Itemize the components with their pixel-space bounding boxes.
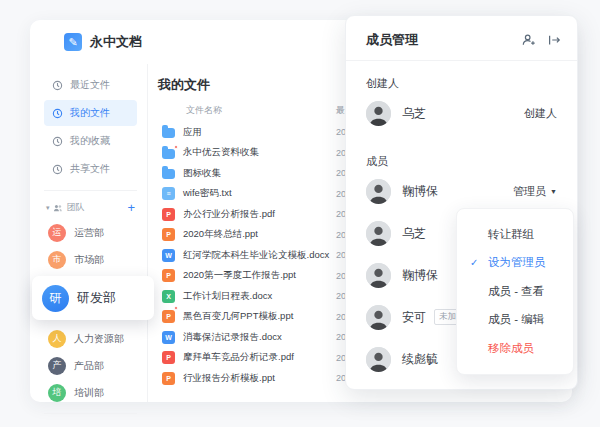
file-type-icon [162, 228, 175, 241]
add-member-icon[interactable] [522, 33, 536, 47]
sidebar-nav-item[interactable]: 共享文件 [44, 156, 137, 182]
team-label: 市场部 [74, 253, 104, 267]
file-name: 消毒保洁记录报告.docx [183, 331, 282, 344]
add-team-button[interactable]: + [127, 201, 135, 214]
file-name: 行业报告分析模板.ppt [183, 372, 275, 385]
file-type-icon [162, 269, 175, 282]
divider [44, 190, 137, 191]
member-role-dropdown[interactable]: 管理员▼ [513, 184, 557, 199]
panel-title: 成员管理 [366, 31, 418, 49]
file-type-icon [162, 208, 175, 221]
sidebar-team-item[interactable]: 市 市场部 [44, 247, 137, 272]
file-name: 工作计划日程表.docx [183, 290, 272, 303]
creator-row: 乌芝 创建人 [366, 93, 557, 133]
file-name: 图标收集 [183, 167, 221, 180]
file-type-icon [162, 169, 175, 179]
team-avatar: 人 [48, 330, 66, 348]
members-section-label: 成员 [366, 154, 557, 169]
member-name: 安可 [402, 309, 426, 326]
member-row: 鞠博保 管理员▼ [366, 171, 557, 211]
file-type-icon [162, 331, 175, 344]
app-logo-icon: ✎ [64, 33, 82, 51]
check-icon: ✓ [470, 257, 478, 268]
menu-item-label: 设为管理员 [488, 255, 546, 270]
file-type-icon [162, 372, 175, 385]
sidebar-nav-item[interactable]: 我的收藏 [44, 128, 137, 154]
member-name: 鞠博保 [402, 267, 438, 284]
avatar [366, 263, 391, 288]
menu-item[interactable]: ✓ 成员 - 编辑 [457, 306, 573, 335]
file-name: 黑色百变几何PPT模板.ppt [183, 310, 293, 323]
sidebar-item-trash[interactable]: 回收站 [44, 422, 137, 427]
nav-item-label: 我的收藏 [70, 134, 110, 148]
file-type-icon [162, 310, 175, 323]
column-modified-fragment: 最 [336, 104, 345, 117]
member-role: 创建人 [524, 106, 557, 121]
file-type-icon [162, 187, 175, 200]
team-avatar: 产 [48, 357, 66, 375]
avatar [366, 179, 391, 204]
teams-icon [53, 203, 63, 213]
divider [44, 413, 137, 414]
chevron-down-icon: ▾ [46, 204, 50, 212]
team-label: 产品部 [74, 359, 104, 373]
avatar [366, 305, 391, 330]
sidebar-team-item[interactable]: 研 研发部 [32, 276, 154, 320]
avatar [366, 221, 391, 246]
nav-item-icon [52, 164, 63, 175]
sidebar-nav-item[interactable]: 最近文件 [44, 72, 137, 98]
sidebar-team-item[interactable]: 人 人力资源部 [44, 326, 137, 351]
file-type-icon [162, 128, 175, 138]
file-name: 2020年终总结.ppt [183, 228, 258, 241]
file-name: 应用 [183, 126, 202, 139]
notification-dot [174, 145, 178, 149]
team-label: 培训部 [74, 386, 104, 400]
teams-label: 团队 [67, 201, 85, 214]
sidebar-team-item[interactable]: 运 运营部 [44, 220, 137, 245]
menu-item[interactable]: ✓ 设为管理员 [457, 249, 573, 278]
sidebar-team-item[interactable]: 产 产品部 [44, 353, 137, 378]
menu-item-label: 转让群组 [488, 227, 534, 242]
file-name: 办公行业分析报告.pdf [183, 208, 275, 221]
teams-section-header[interactable]: ▾ 团队 + [44, 199, 137, 220]
file-name: wife密码.txt [183, 187, 232, 200]
file-name: 摩拜单车竞品分析记录.pdf [183, 351, 294, 364]
nav-item-label: 最近文件 [70, 78, 110, 92]
avatar [366, 101, 391, 126]
role-dropdown-menu: ✓ 转让群组 ✓ 设为管理员 ✓ 成员 - 查看 ✓ [456, 208, 574, 375]
menu-item[interactable]: ✓ 成员 - 查看 [457, 277, 573, 306]
team-avatar: 研 [42, 285, 69, 312]
nav-item-icon [52, 108, 63, 119]
menu-item-label: 成员 - 编辑 [488, 312, 544, 327]
member-name: 乌芝 [402, 105, 426, 122]
member-name: 乌芝 [402, 225, 426, 242]
team-avatar: 市 [48, 251, 66, 269]
menu-item[interactable]: ✓ 移除成员 [457, 334, 573, 363]
avatar [366, 347, 391, 372]
app-title: 永中文档 [90, 33, 142, 51]
exit-group-icon[interactable] [547, 33, 561, 47]
file-type-icon [162, 149, 175, 159]
menu-item[interactable]: ✓ 转让群组 [457, 220, 573, 249]
team-label: 研发部 [77, 289, 116, 307]
menu-item-label: 移除成员 [488, 341, 534, 356]
team-label: 人力资源部 [74, 332, 124, 346]
column-file-name: 文件名称 [186, 105, 222, 115]
page: ✎ 永中文档 最近文件 我的文件 [0, 0, 600, 427]
team-avatar: 运 [48, 224, 66, 242]
notification-dot [174, 306, 178, 310]
chevron-down-icon: ▼ [550, 188, 557, 195]
member-name: 鞠博保 [402, 183, 438, 200]
team-avatar: 培 [48, 384, 66, 402]
team-label: 运营部 [74, 226, 104, 240]
file-type-icon [162, 351, 175, 364]
menu-item-label: 成员 - 查看 [488, 284, 544, 299]
file-name: 红河学院本科生毕业论文模板.docx [183, 249, 329, 262]
file-type-icon [162, 249, 175, 262]
file-type-icon [162, 290, 175, 303]
creator-section-label: 创建人 [366, 76, 557, 91]
sidebar-team-item[interactable]: 培 培训部 [44, 380, 137, 405]
nav-item-icon [52, 136, 63, 147]
panel-header: 成员管理 [346, 16, 577, 61]
sidebar-nav-item[interactable]: 我的文件 [44, 100, 137, 126]
